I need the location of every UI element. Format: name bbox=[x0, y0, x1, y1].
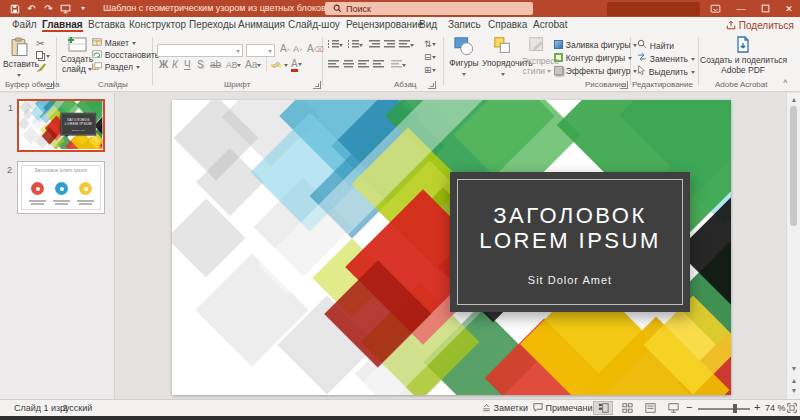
text-direction-button[interactable]: ⇅ bbox=[424, 38, 436, 49]
shapes-button[interactable]: Фигуры bbox=[447, 36, 481, 79]
close-button[interactable]: ✕ bbox=[777, 0, 800, 17]
next-slide-button[interactable]: ▼ bbox=[790, 387, 798, 395]
zoom-out-button[interactable]: − bbox=[686, 401, 692, 413]
minimize-button[interactable]: — bbox=[729, 0, 753, 17]
language-indicator[interactable]: русский bbox=[60, 403, 92, 413]
share-button[interactable]: Поделиться bbox=[726, 18, 794, 32]
save-button[interactable] bbox=[6, 1, 23, 16]
reading-view-button[interactable] bbox=[640, 401, 660, 415]
slide-canvas[interactable]: ЗАГОЛОВОК LOREM IPSUM Sit Dolor Amet bbox=[172, 100, 731, 395]
tab-help[interactable]: Справка bbox=[488, 18, 527, 32]
align-right-button[interactable] bbox=[358, 59, 369, 70]
ribbon-display-options-button[interactable] bbox=[703, 0, 727, 17]
slide-title-box[interactable]: ЗАГОЛОВОК LOREM IPSUM Sit Dolor Amet bbox=[450, 172, 690, 312]
collapse-ribbon-button[interactable]: ˄ bbox=[783, 77, 788, 86]
notes-toggle[interactable]: Заметки bbox=[482, 403, 528, 413]
scrollbar-thumb[interactable] bbox=[790, 106, 797, 226]
highlight-color-button[interactable] bbox=[271, 59, 288, 70]
arrange-button[interactable]: Упорядочить bbox=[482, 36, 524, 79]
copy-button[interactable] bbox=[36, 50, 50, 61]
font-size-combobox[interactable] bbox=[246, 44, 275, 57]
slide-thumbnail-2[interactable]: Заголовок lorem ipsum bbox=[17, 161, 105, 214]
strikethrough-button[interactable]: ab bbox=[210, 59, 221, 70]
select-button[interactable]: Выделить bbox=[637, 65, 695, 77]
align-text-button[interactable]: ⊟ bbox=[424, 51, 436, 62]
numbering-button[interactable] bbox=[348, 39, 363, 50]
tab-slideshow[interactable]: Слайд-шоу bbox=[288, 18, 340, 32]
align-left-button[interactable] bbox=[328, 59, 339, 70]
search-input[interactable] bbox=[346, 4, 496, 14]
justify-button[interactable] bbox=[373, 59, 384, 70]
grow-font-button[interactable]: А˄ bbox=[280, 43, 290, 54]
layout-button[interactable]: Макет bbox=[92, 37, 136, 48]
font-dialog-launcher[interactable] bbox=[313, 81, 321, 89]
scroll-up-button[interactable]: ▲ bbox=[790, 96, 798, 104]
find-button[interactable]: Найти bbox=[637, 39, 674, 51]
shape-fill-button[interactable]: Заливка фигуры bbox=[554, 39, 637, 50]
zoom-percentage[interactable]: 74 % bbox=[765, 403, 786, 413]
tab-file[interactable]: Файл bbox=[12, 18, 37, 32]
tab-transitions[interactable]: Переходы bbox=[189, 18, 236, 32]
comments-toggle[interactable]: Примечания bbox=[533, 403, 597, 413]
italic-button[interactable]: К bbox=[172, 59, 178, 70]
cut-button[interactable]: ✂ bbox=[36, 38, 44, 49]
change-case-button[interactable]: Аа bbox=[245, 59, 261, 70]
quick-styles-label2: стили bbox=[522, 66, 552, 76]
slide-sorter-view-button[interactable] bbox=[617, 401, 637, 415]
slideshow-view-button[interactable] bbox=[663, 401, 683, 415]
decrease-indent-button[interactable] bbox=[369, 39, 380, 50]
zoom-slider-handle[interactable] bbox=[733, 404, 737, 413]
clear-formatting-button[interactable]: А⌫ bbox=[307, 43, 324, 54]
search-box[interactable] bbox=[325, 2, 533, 15]
tab-home[interactable]: Главная bbox=[42, 18, 83, 32]
previous-slide-button[interactable]: ▲ bbox=[790, 377, 798, 385]
tab-review[interactable]: Рецензирование bbox=[346, 18, 423, 32]
font-color-button[interactable]: А bbox=[291, 58, 302, 72]
create-pdf-button[interactable]: Создать и поделиться Adobe PDF bbox=[700, 36, 786, 80]
font-name-combobox[interactable] bbox=[157, 44, 243, 57]
shape-outline-button[interactable]: Контур фигуры bbox=[554, 52, 632, 63]
slide1-thumbnail-art[interactable]: ЗАГОЛОВОК LOREM IPSUM Sit Dolor Amet bbox=[19, 101, 102, 149]
shrink-font-button[interactable]: А˅ bbox=[293, 43, 303, 54]
zoom-in-button[interactable]: + bbox=[754, 401, 760, 413]
smartart-button[interactable]: ⊞ bbox=[424, 64, 436, 75]
character-spacing-button[interactable]: АВ bbox=[226, 59, 241, 70]
format-painter-button[interactable] bbox=[36, 63, 47, 75]
columns-button[interactable] bbox=[391, 59, 406, 70]
undo-button[interactable]: ↶ bbox=[23, 1, 40, 16]
quick-styles-button[interactable]: Экспресс- стили bbox=[522, 36, 552, 76]
vertical-scrollbar[interactable]: ▲ ▼ ▲ ▼ bbox=[786, 93, 800, 399]
tab-insert[interactable]: Вставка bbox=[88, 18, 125, 32]
normal-view-button[interactable] bbox=[593, 401, 613, 415]
fit-to-window-button[interactable] bbox=[787, 403, 797, 415]
reset-button[interactable]: Восстановить bbox=[92, 49, 159, 60]
tab-acrobat[interactable]: Acrobat bbox=[533, 18, 567, 32]
increase-indent-button[interactable] bbox=[384, 39, 395, 50]
redo-button[interactable]: ↷ bbox=[40, 1, 57, 16]
shape-effects-button[interactable]: Эффекты фигур bbox=[554, 65, 637, 76]
tab-record[interactable]: Запись bbox=[448, 18, 481, 32]
paste-button[interactable]: Вставить bbox=[3, 36, 35, 80]
maximize-button[interactable] bbox=[753, 0, 777, 17]
zoom-slider-track[interactable] bbox=[698, 408, 750, 410]
qat-customize-button[interactable] bbox=[74, 1, 91, 16]
start-slideshow-button[interactable] bbox=[57, 1, 74, 16]
text-shadow-button[interactable]: S bbox=[197, 59, 204, 70]
section-button[interactable]: Раздел bbox=[92, 61, 140, 72]
align-center-button[interactable] bbox=[343, 59, 354, 70]
bold-button[interactable]: Ж bbox=[159, 59, 168, 70]
slide-thumbnail-1[interactable]: ЗАГОЛОВОК LOREM IPSUM Sit Dolor Amet bbox=[17, 99, 105, 152]
paragraph-dialog-launcher[interactable] bbox=[428, 81, 436, 89]
bullets-button[interactable] bbox=[328, 39, 343, 50]
replace-button[interactable]: Заменить bbox=[637, 52, 695, 64]
slide-title-box[interactable]: ЗАГОЛОВОК LOREM IPSUM Sit Dolor Amet bbox=[60, 113, 96, 136]
underline-button[interactable]: Ч bbox=[184, 59, 191, 70]
editing-canvas[interactable]: ЗАГОЛОВОК LOREM IPSUM Sit Dolor Amet bbox=[115, 93, 786, 399]
account-area[interactable] bbox=[607, 2, 700, 16]
new-slide-button[interactable]: Создать слайд bbox=[59, 36, 95, 80]
tab-animations[interactable]: Анимация bbox=[238, 18, 285, 32]
line-spacing-button[interactable] bbox=[399, 39, 414, 50]
scroll-down-button[interactable]: ▼ bbox=[790, 365, 798, 373]
tab-design[interactable]: Конструктор bbox=[129, 18, 186, 32]
tab-view[interactable]: Вид bbox=[419, 18, 437, 32]
